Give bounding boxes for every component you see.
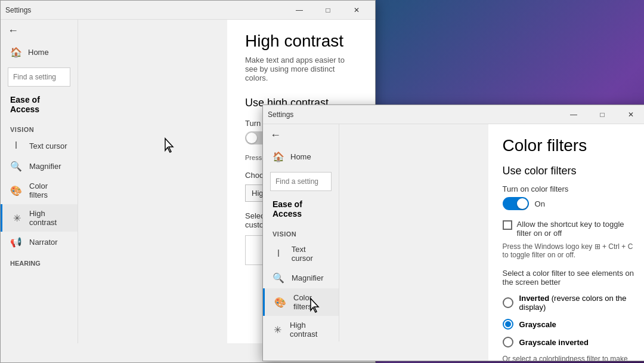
cf-close-button[interactable]: ✕ xyxy=(617,105,644,124)
home-icon: 🏠 xyxy=(10,47,22,58)
shortcut-note: Press the Windows logo key ⊞ + Ctrl + C … xyxy=(503,242,635,259)
radio-inverted[interactable]: Inverted (reverse colors on the display) xyxy=(503,294,635,312)
shortcut-checkbox-label: Allow the shortcut key to toggle filter … xyxy=(517,220,635,238)
color-filters-toggle[interactable] xyxy=(503,197,529,210)
cf-minimize-button[interactable]: — xyxy=(560,105,587,124)
sidebar: ← 🏠 Home 🔍 Ease of Access Vision I Text … xyxy=(1,20,78,343)
cf-high-contrast-icon: ✳ xyxy=(273,324,283,336)
radio-grayscale[interactable]: Grayscale xyxy=(503,319,635,330)
radio-circle-inverted xyxy=(503,297,513,308)
cf-maximize-button[interactable]: □ xyxy=(589,105,616,124)
window-controls: — □ ✕ xyxy=(286,1,370,20)
search-input[interactable] xyxy=(13,73,78,81)
cf-sidebar: ← 🏠 Home 🔍 Ease of Access Vision I Text … xyxy=(263,124,339,342)
radio-circle-grayscale xyxy=(503,319,513,330)
minimize-button[interactable]: — xyxy=(286,1,313,20)
filter-subtitle: Select a color filter to see elements on… xyxy=(503,269,635,287)
cf-window-controls: — □ ✕ xyxy=(560,105,644,124)
cf-search-box[interactable]: 🔍 xyxy=(270,172,332,191)
cf-text-cursor-icon: I xyxy=(273,248,284,259)
high-contrast-icon: ✳ xyxy=(12,213,22,224)
cf-window-title: Settings xyxy=(268,110,293,119)
narrator-icon: 📢 xyxy=(10,236,22,248)
vision-section-label: Vision xyxy=(1,119,78,136)
color-filters-window: Settings — □ ✕ ← 🏠 Home 🔍 Ease of Access… xyxy=(262,104,644,361)
radio-label-inverted: Inverted (reverse colors on the display) xyxy=(519,294,635,312)
cf-home-icon: 🏠 xyxy=(273,151,284,162)
radio-label-grayscale-inverted: Grayscale inverted xyxy=(519,338,589,347)
sidebar-item-narrator[interactable]: 📢 Narrator xyxy=(1,232,78,253)
nav-label-magnifier: Magnifier xyxy=(29,162,61,171)
maximize-button[interactable]: □ xyxy=(314,1,342,20)
sidebar-item-magnifier[interactable]: 🔍 Magnifier xyxy=(1,156,78,177)
page-title: High contrast xyxy=(245,32,357,51)
sidebar-item-high-contrast[interactable]: ✳ High contrast xyxy=(1,204,78,232)
cf-search-input[interactable] xyxy=(275,177,339,186)
color-filters-icon: 🎨 xyxy=(10,185,22,196)
watermark: UGETFIX xyxy=(602,350,637,358)
nav-label-color-filters: Color filters xyxy=(29,182,68,199)
cf-nav-text-cursor: Text cursor xyxy=(292,245,329,263)
nav-label-high-contrast: High contrast xyxy=(29,209,68,227)
sidebar-item-text-cursor[interactable]: I Text cursor xyxy=(1,136,78,156)
toggle-knob xyxy=(246,133,257,143)
cf-nav-color-filters: Color filters xyxy=(293,293,329,311)
hearing-section-label: Hearing xyxy=(1,253,78,269)
cf-sidebar-color-filters[interactable]: 🎨 Color filters xyxy=(263,288,339,316)
ease-of-access-label: Ease of Access xyxy=(1,91,78,119)
cf-toggle-container: On xyxy=(503,197,635,210)
cf-toggle-state: On xyxy=(535,199,545,208)
cf-nav-high-contrast: High contrast xyxy=(290,321,329,339)
cf-content-area: Color filters Use color filters Turn on … xyxy=(488,124,644,361)
cf-color-filters-icon: 🎨 xyxy=(274,297,286,308)
cf-home-label: Home xyxy=(290,152,311,161)
window-title-bar: Settings — □ ✕ xyxy=(1,1,375,20)
grayscale-inverted-label-bold: Grayscale inverted xyxy=(519,338,589,347)
search-box[interactable]: 🔍 xyxy=(8,67,70,87)
sidebar-item-color-filters[interactable]: 🎨 Color filters xyxy=(1,177,78,204)
cf-nav-magnifier: Magnifier xyxy=(292,273,323,282)
back-button[interactable]: ← xyxy=(8,24,18,37)
cf-magnifier-icon: 🔍 xyxy=(273,272,284,284)
cf-sidebar-high-contrast[interactable]: ✳ High contrast xyxy=(263,316,339,342)
radio-circle-grayscale-inverted xyxy=(503,337,513,347)
cf-home-nav-item[interactable]: 🏠 Home xyxy=(263,146,339,167)
home-label: Home xyxy=(28,48,49,57)
cf-vision-label: Vision xyxy=(263,223,339,240)
cf-title-bar: Settings — □ ✕ xyxy=(263,105,644,124)
cf-page-title: Color filters xyxy=(503,136,635,155)
nav-label-narrator: Narrator xyxy=(29,238,58,247)
cf-sidebar-text-cursor[interactable]: I Text cursor xyxy=(263,240,339,267)
cf-section-title: Use color filters xyxy=(503,165,635,177)
cf-ease-label: Ease of Access xyxy=(263,196,339,223)
text-cursor-icon: I xyxy=(10,140,22,151)
cf-back-button[interactable]: ← xyxy=(270,129,281,141)
page-subtitle: Make text and apps easier to see by usin… xyxy=(245,56,357,82)
radio-label-grayscale: Grayscale xyxy=(519,320,556,329)
inverted-label-bold: Inverted xyxy=(519,294,550,303)
home-nav-item[interactable]: 🏠 Home xyxy=(1,42,78,63)
grayscale-label-bold: Grayscale xyxy=(519,320,556,329)
cf-toggle-knob xyxy=(517,198,528,209)
close-button[interactable]: ✕ xyxy=(343,1,370,20)
shortcut-checkbox-row: Allow the shortcut key to toggle filter … xyxy=(503,220,635,238)
shortcut-checkbox[interactable] xyxy=(503,220,512,230)
cf-sidebar-magnifier[interactable]: 🔍 Magnifier xyxy=(263,267,339,288)
cf-toggle-label: Turn on color filters xyxy=(503,184,635,193)
cf-toggle-row: Turn on color filters On xyxy=(503,184,635,210)
nav-label-text-cursor: Text cursor xyxy=(29,141,67,150)
window-title: Settings xyxy=(5,6,31,14)
radio-grayscale-inverted[interactable]: Grayscale inverted xyxy=(503,337,635,347)
magnifier-icon: 🔍 xyxy=(10,161,22,172)
